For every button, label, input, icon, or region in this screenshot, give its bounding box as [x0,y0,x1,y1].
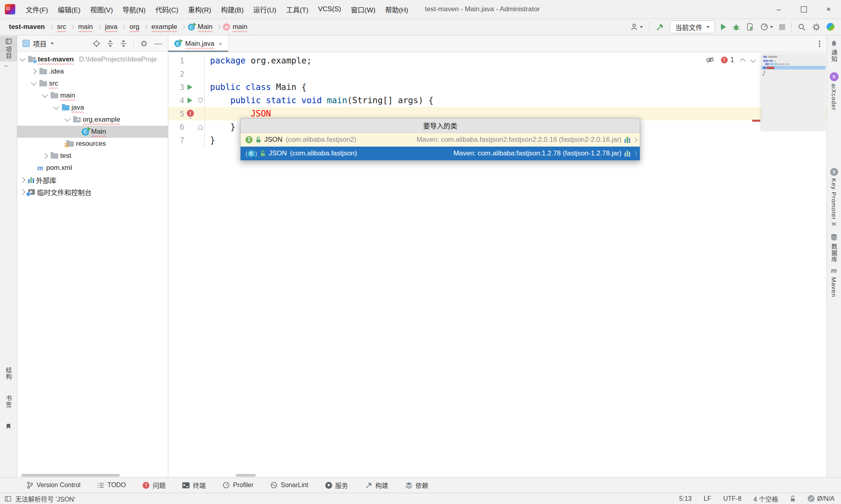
caret-position[interactable]: 5:13 [679,495,692,502]
tree-row-resources[interactable]: resources [17,138,168,150]
tool-button-notifications[interactable]: 通知 [827,40,841,62]
run-class-icon[interactable] [188,84,192,90]
run-configuration-select[interactable]: 当前文件 [670,20,715,33]
tool-button-version-control[interactable]: Version Control [27,482,80,489]
code-area[interactable]: 1 package org.example; 2 3 public class … [168,52,827,477]
tree-row-idea[interactable]: .idea [17,65,168,78]
menu-navigate[interactable]: 导航(N) [118,0,151,18]
menu-edit[interactable]: 编辑(E) [53,0,86,18]
tree-row-org-example[interactable]: org.example [17,114,168,126]
tree-row-main[interactable]: main [17,90,168,102]
settings-gear-icon[interactable] [812,23,821,31]
import-option-fastjson-selected[interactable]: () JSON (com.alibaba.fastjson) Maven: co… [241,147,640,160]
tree-row-test-maven[interactable]: test-maven D:\IdeaProjects\IdeaProje [17,53,168,65]
bookmark-icon[interactable] [6,423,11,429]
chevron-collapsed-icon[interactable] [20,189,25,195]
chevron-expanded-icon[interactable] [31,80,37,86]
hide-panel-icon[interactable]: — [154,41,162,45]
layout-icon[interactable] [5,496,11,502]
fold-marker-icon[interactable] [198,124,203,130]
breadcrumb-java[interactable]: java [103,22,119,32]
error-stripe-mark[interactable] [752,120,760,122]
run-method-icon[interactable] [188,98,192,103]
horizontal-scrollbar[interactable] [21,474,120,477]
coverage-button[interactable] [746,23,754,31]
menu-refactor[interactable]: 重构(R) [183,0,216,18]
tool-button-terminal[interactable]: 终端 [182,480,206,490]
next-error-icon[interactable] [750,57,756,63]
panel-settings-gear-icon[interactable] [140,40,148,47]
breadcrumb-org[interactable]: org [128,22,141,32]
build-hammer-icon[interactable] [655,23,664,31]
tool-button-maven[interactable]: Maven [827,266,841,297]
more-options-icon[interactable] [819,41,821,42]
menu-build[interactable]: 构建(B) [216,0,249,18]
debug-button[interactable] [732,23,740,31]
run-button[interactable] [721,24,726,30]
locate-file-icon[interactable] [93,40,100,47]
menu-file[interactable]: 文件(F) [21,0,53,18]
tree-row-pom[interactable]: pom.xml [17,162,168,174]
tool-button-build[interactable]: 构建 [365,480,388,490]
close-tab-icon[interactable]: × [219,40,222,47]
chevron-down-icon[interactable] [51,43,54,45]
tool-button-dependencies[interactable]: 依赖 [405,480,429,490]
editor-horizontal-scrollbar[interactable] [236,474,256,477]
unlock-icon[interactable] [790,495,796,502]
highlighting-off-eye-icon[interactable] [706,56,714,63]
error-bulb-icon[interactable] [187,110,194,117]
breadcrumb-class-main[interactable]: Main [196,22,214,32]
close-button[interactable]: × [816,0,841,18]
tool-button-problems[interactable]: 问题 [143,480,165,490]
tree-row-external-libraries[interactable]: 外部库 [17,174,168,186]
breadcrumb-method-main[interactable]: main [231,22,249,32]
menu-run[interactable]: 运行(U) [249,0,282,18]
maximize-button[interactable] [791,0,816,18]
menu-tools[interactable]: 工具(T) [281,0,313,18]
chevron-collapsed-icon[interactable] [20,177,25,183]
tree-row-test[interactable]: test [17,150,168,162]
tool-button-sonarlint[interactable]: SonarLint [270,482,308,489]
tree-row-main-class[interactable]: Main [17,126,168,138]
fold-marker-icon[interactable] [198,98,203,103]
memory-indicator[interactable]: Ø/N/A [808,495,835,502]
tab-main-java[interactable]: Main.java × [168,35,229,52]
breadcrumb-src[interactable]: src [55,22,68,32]
chevron-expanded-icon[interactable] [42,92,48,98]
error-count-widget[interactable]: 1 [721,56,734,64]
breadcrumb-project[interactable]: test-maven [7,22,47,32]
profiler-button[interactable] [760,23,773,31]
tool-button-database[interactable]: 数据库 [827,234,841,263]
import-option-fastjson2[interactable]: JSON (com.alibaba.fastjson2) Maven: com.… [241,133,640,147]
tool-button-bookmarks[interactable]: 书签 [4,395,13,408]
menu-window[interactable]: 窗口(W) [346,0,380,18]
minimize-button[interactable]: – [766,0,791,18]
tool-button-aixcoder[interactable]: aiXcoder [827,72,841,110]
chevron-collapsed-icon[interactable] [42,153,48,159]
user-profile-button[interactable] [630,23,643,31]
tool-button-services[interactable]: 服务 [325,480,348,490]
collapse-all-icon[interactable] [120,40,127,47]
search-everywhere-button[interactable] [798,23,806,31]
tree-row-src[interactable]: src [17,78,168,90]
stop-button[interactable] [779,24,785,30]
file-encoding[interactable]: UTF-8 [723,495,741,502]
menu-help[interactable]: 帮助(H) [380,0,413,18]
chevron-expanded-icon[interactable] [53,104,59,110]
menu-view[interactable]: 视图(V) [85,0,118,18]
expand-all-icon[interactable] [107,40,114,47]
indent-setting[interactable]: 4 个空格 [753,494,778,504]
menu-code[interactable]: 代码(C) [151,0,184,18]
menu-vcs[interactable]: VCS(S) [313,0,346,18]
chevron-collapsed-icon[interactable] [31,69,37,74]
tool-button-profiler[interactable]: Profiler [222,482,253,489]
project-panel-title[interactable]: 项目 [33,39,47,49]
breadcrumb-main[interactable]: main [76,22,94,32]
tool-button-project[interactable]: 项目 [0,36,17,61]
line-separator[interactable]: LF [704,495,711,502]
previous-error-icon[interactable] [740,58,745,63]
tool-button-key-promoter[interactable]: Key Promoter X [827,168,841,226]
chevron-expanded-icon[interactable] [20,56,25,61]
breadcrumb-example[interactable]: example [150,22,179,32]
tree-row-scratches[interactable]: 临时文件和控制台 [17,186,168,198]
